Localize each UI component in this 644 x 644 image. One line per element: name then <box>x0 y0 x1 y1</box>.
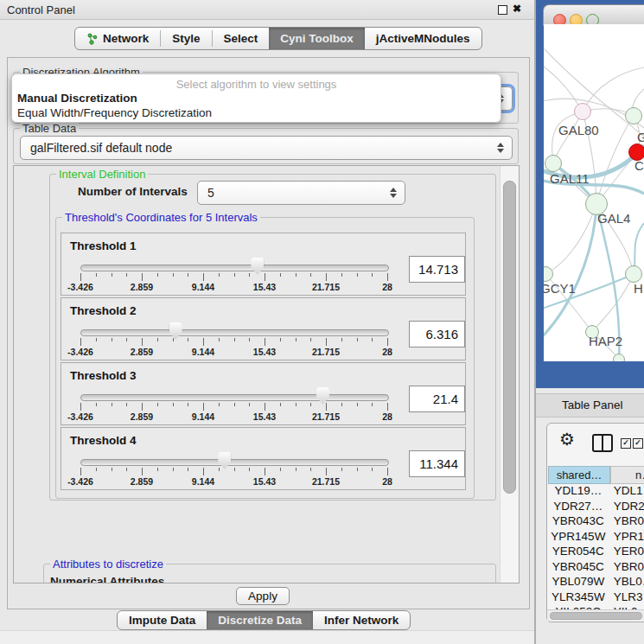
cell-shared-name[interactable]: YDR27… <box>548 500 609 515</box>
slider-tick <box>203 403 204 411</box>
table-rows[interactable]: YDL19…YDL1…YDR27…YDR2…YBR043CYBR0…YPR145… <box>548 484 644 612</box>
slider-handle[interactable] <box>251 258 264 275</box>
threshold-value-field[interactable]: 11.344 <box>409 450 465 477</box>
cell-shared-name[interactable]: YDL19… <box>548 484 609 500</box>
slider-tick <box>112 338 112 341</box>
cell-shared-name[interactable]: YBL079W <box>548 575 609 590</box>
cell-shared-name[interactable]: YLR345W <box>548 590 609 606</box>
tab-impute-data[interactable]: Impute Data <box>118 611 207 629</box>
split-view-icon[interactable] <box>592 434 613 452</box>
table-row[interactable]: YPR145WYPR1… <box>548 530 644 545</box>
table-row[interactable]: YLR345WYLR3… <box>548 590 644 606</box>
slider-tick <box>219 468 220 471</box>
table-panel: ⚙ ✓ ✓ shared… n… YDL19…YDL1…YDR27…YDR2…Y… <box>546 423 644 622</box>
slider-tick <box>188 468 188 471</box>
cell-shared-name[interactable]: YPR145W <box>548 530 609 545</box>
slider-tick <box>280 273 281 277</box>
cell-name[interactable]: YLR3… <box>609 590 644 606</box>
slider-tick <box>157 338 158 341</box>
slider-handle[interactable] <box>169 322 182 340</box>
tab-cyni-toolbox[interactable]: Cyni Toolbox <box>269 28 365 49</box>
hscrollbar-thumb[interactable] <box>550 612 642 620</box>
settings-scrollbar[interactable] <box>500 166 519 583</box>
cell-name[interactable]: YDR2… <box>609 500 644 515</box>
slider-tick <box>341 273 342 277</box>
horizontal-scrollbar[interactable] <box>547 609 644 621</box>
slider-track[interactable] <box>80 329 389 336</box>
cell-name[interactable]: YPR1… <box>609 530 644 545</box>
table-data-combobox[interactable]: galFiltered.sif default node <box>20 136 513 160</box>
checkbox-icon[interactable]: ✓ <box>633 438 643 449</box>
threshold-label: Threshold 2 <box>70 304 137 317</box>
table-row[interactable]: YDL19…YDL1… <box>548 484 644 500</box>
cell-name[interactable]: YBL0… <box>609 575 644 590</box>
apply-button[interactable]: Apply <box>236 587 290 605</box>
cell-shared-name[interactable]: YBR045C <box>548 560 609 576</box>
slider-handle[interactable] <box>316 387 329 405</box>
network-node[interactable] <box>574 103 591 120</box>
network-node[interactable] <box>625 107 642 124</box>
node-label-hap2: HAP2 <box>589 334 622 348</box>
gear-icon[interactable]: ⚙ <box>559 430 575 448</box>
slider-tick <box>126 468 127 471</box>
tab-style[interactable]: Style <box>161 28 211 49</box>
slider-tick <box>387 403 388 411</box>
slider-track[interactable] <box>80 265 389 271</box>
close-icon[interactable]: ✖ <box>513 3 521 15</box>
slider-tick <box>265 468 265 475</box>
settings-scrollbar-thumb[interactable] <box>503 181 516 494</box>
slider-tick <box>126 273 127 277</box>
cell-name[interactable]: YER0… <box>609 545 644 560</box>
table-row[interactable]: YER054CYER0… <box>548 545 644 560</box>
network-node[interactable] <box>545 155 562 172</box>
network-canvas[interactable]: GAL80 G GAL11 C GAL4 GCY1 H HAP2 <box>544 24 644 361</box>
slider-tick <box>157 273 158 277</box>
table-row[interactable]: YDR27…YDR2… <box>548 500 644 515</box>
slider-tick <box>142 468 143 475</box>
slider-tick-label: 15.43 <box>253 476 276 487</box>
table-row[interactable]: YBR045CYBR0… <box>548 560 644 576</box>
slider-tick-label: 28 <box>382 347 392 357</box>
cell-name[interactable]: YBR0… <box>609 560 644 576</box>
float-window-icon[interactable] <box>498 5 507 15</box>
cell-name[interactable]: YBR0… <box>609 514 644 530</box>
tab-network[interactable]: Network <box>75 28 160 49</box>
cell-name[interactable]: YDL1… <box>609 484 644 500</box>
table-row[interactable]: YBR043CYBR0… <box>548 514 644 530</box>
slider-tick <box>357 468 358 471</box>
number-of-intervals-combobox[interactable]: 5 <box>197 181 405 205</box>
slider-track[interactable] <box>80 459 389 466</box>
tab-discretize-data[interactable]: Discretize Data <box>207 611 313 629</box>
network-node[interactable] <box>625 265 642 283</box>
threshold-value-field[interactable]: 14.713 <box>409 256 465 283</box>
threshold-value-field[interactable]: 6.316 <box>409 321 465 348</box>
tab-infer-network[interactable]: Infer Network <box>313 611 410 629</box>
control-panel-titlebar: Control Panel ✖ <box>0 0 536 20</box>
dropdown-option-equal-width[interactable]: Equal Width/Frequency Discretization <box>16 106 212 119</box>
slider-tick <box>80 403 81 411</box>
slider-tick <box>341 468 342 471</box>
cell-shared-name[interactable]: YER054C <box>548 545 609 560</box>
slider-track[interactable] <box>80 394 389 401</box>
slider-tick <box>296 403 296 406</box>
tab-jactivemnodules[interactable]: jActiveMNodules <box>365 28 481 49</box>
dropdown-option-manual[interactable]: Manual Discretization <box>16 92 137 105</box>
checkbox-icon[interactable]: ✓ <box>621 438 631 449</box>
column-header-shared-name[interactable]: shared… <box>548 466 610 484</box>
slider-tick <box>112 273 112 277</box>
threshold-value-field[interactable]: 21.4 <box>409 386 465 412</box>
slider-tick-label: 21.715 <box>312 476 340 487</box>
slider-tick <box>326 468 327 475</box>
slider-tick <box>372 403 373 406</box>
cell-shared-name[interactable]: YBR043C <box>548 514 609 530</box>
table-row[interactable]: YBL079WYBL0… <box>548 575 644 590</box>
network-window-titlebar[interactable] <box>543 4 644 26</box>
slider-tick <box>357 273 358 277</box>
column-header-name[interactable]: n… <box>610 466 644 484</box>
slider-tick <box>372 338 373 341</box>
slider-tick <box>387 468 388 475</box>
node-label-gal80: GAL80 <box>558 123 599 137</box>
slider-handle[interactable] <box>218 452 231 469</box>
network-node[interactable] <box>613 354 625 361</box>
tab-select[interactable]: Select <box>213 28 270 49</box>
